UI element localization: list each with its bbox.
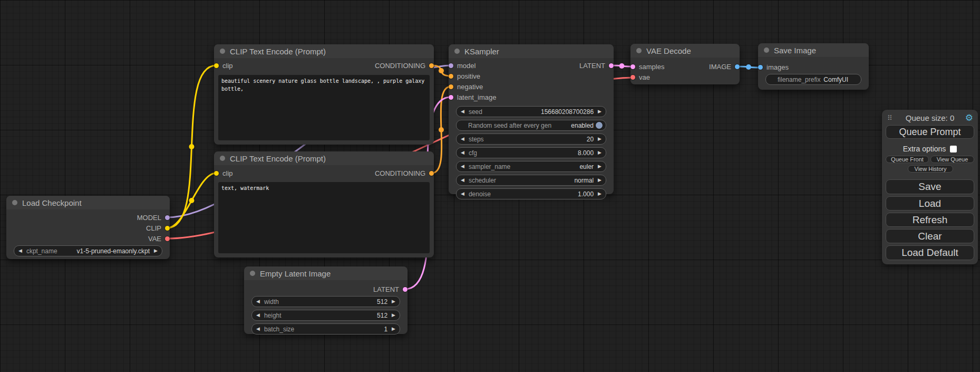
settings-gear-icon[interactable]: ⚙: [965, 112, 973, 123]
extra-options-checkbox[interactable]: [950, 146, 957, 152]
input-dot-model[interactable]: [449, 63, 453, 68]
input-label-clip: clip: [222, 169, 233, 177]
widget-batch-size[interactable]: ◀ batch_size 1 ▶: [251, 323, 400, 335]
widget-denoise[interactable]: ◀ denoise 1.000 ▶: [456, 188, 606, 199]
load-default-button[interactable]: Load Default: [886, 245, 974, 260]
output-dot-conditioning[interactable]: [429, 63, 434, 68]
input-label-vae: vae: [639, 73, 650, 81]
node-ksampler[interactable]: KSampler model LATENT positive negative …: [449, 44, 614, 194]
widget-value: v1-5-pruned-emaonly.ckpt: [77, 247, 150, 255]
widget-sampler-name[interactable]: ◀ sampler_name euler ▶: [456, 161, 606, 172]
queue-panel[interactable]: ⠿ Queue size: 0 ⚙ Queue Prompt Extra opt…: [882, 110, 978, 264]
widget-value: 512: [377, 312, 387, 319]
node-clip-text-encode-positive[interactable]: CLIP Text Encode (Prompt) clip CONDITION…: [214, 44, 434, 145]
comfyui-canvas[interactable]: { "glyphs": {"left_arrow":"◀","right_arr…: [0, 0, 980, 372]
input-dot-vae[interactable]: [630, 75, 635, 80]
widget-cfg[interactable]: ◀ cfg 8.000 ▶: [456, 147, 606, 158]
clear-button[interactable]: Clear: [886, 229, 974, 243]
increment-arrow-icon[interactable]: ▶: [392, 327, 395, 331]
widget-label: width: [264, 298, 279, 306]
input-dot-negative[interactable]: [449, 84, 453, 89]
increment-arrow-icon[interactable]: ▶: [598, 192, 601, 196]
node-save-image[interactable]: Save Image images filename_prefix ComfyU…: [758, 43, 869, 90]
widget-value: 1: [384, 326, 387, 333]
widget-random-seed-toggle[interactable]: Random seed after every gen enabled: [456, 120, 606, 131]
prev-value-arrow-icon[interactable]: ◀: [461, 164, 464, 169]
output-label-conditioning: CONDITIONING: [375, 62, 425, 70]
next-value-arrow-icon[interactable]: ▶: [598, 178, 601, 183]
widget-scheduler[interactable]: ◀ scheduler normal ▶: [456, 175, 606, 186]
collapse-dot[interactable]: [454, 49, 460, 54]
node-load-checkpoint[interactable]: Load Checkpoint MODEL CLIP VAE ◀ ckpt_na…: [6, 196, 170, 259]
decrement-arrow-icon[interactable]: ◀: [461, 137, 464, 141]
widget-seed[interactable]: ◀ seed 156680208700286 ▶: [456, 106, 606, 117]
collapse-dot[interactable]: [764, 47, 769, 53]
node-title-bar: KSampler: [449, 44, 614, 58]
node-clip-text-encode-negative[interactable]: CLIP Text Encode (Prompt) clip CONDITION…: [214, 151, 434, 257]
prev-value-arrow-icon[interactable]: ◀: [461, 178, 464, 183]
output-dot-latent[interactable]: [609, 63, 614, 68]
increment-arrow-icon[interactable]: ▶: [598, 150, 601, 155]
output-dot-vae[interactable]: [165, 236, 170, 241]
next-value-arrow-icon[interactable]: ▶: [598, 164, 601, 169]
widget-height[interactable]: ◀ height 512 ▶: [251, 310, 400, 321]
decrement-arrow-icon[interactable]: ◀: [461, 192, 464, 196]
widget-width[interactable]: ◀ width 512 ▶: [251, 296, 400, 307]
widget-label: sampler_name: [469, 163, 510, 170]
output-label-conditioning: CONDITIONING: [375, 169, 425, 177]
input-dot-positive[interactable]: [449, 74, 453, 79]
input-dot-images[interactable]: [758, 65, 763, 70]
decrement-arrow-icon[interactable]: ◀: [256, 313, 260, 318]
collapse-dot[interactable]: [12, 200, 17, 205]
positive-prompt-textarea[interactable]: beautiful scenery nature glass bottle la…: [218, 75, 430, 140]
widget-label: Random seed after every gen: [468, 122, 551, 129]
increment-arrow-icon[interactable]: ▶: [598, 137, 601, 141]
output-dot-model[interactable]: [165, 215, 170, 220]
node-title: KSampler: [464, 47, 499, 56]
view-queue-button[interactable]: View Queue: [930, 156, 974, 163]
prev-value-arrow-icon[interactable]: ◀: [18, 249, 22, 253]
input-dot-clip[interactable]: [214, 63, 219, 68]
input-label-images: images: [766, 63, 789, 71]
queue-front-button[interactable]: Queue Front: [886, 156, 929, 163]
output-dot-conditioning[interactable]: [429, 171, 434, 176]
output-dot-latent[interactable]: [403, 287, 407, 292]
input-dot-samples[interactable]: [630, 64, 635, 69]
input-dot-clip[interactable]: [214, 171, 219, 176]
queue-prompt-button[interactable]: Queue Prompt: [886, 125, 974, 139]
collapse-dot[interactable]: [636, 48, 642, 53]
widget-ckpt-name[interactable]: ◀ ckpt_name v1-5-pruned-emaonly.ckpt ▶: [14, 245, 162, 256]
increment-arrow-icon[interactable]: ▶: [598, 109, 601, 114]
collapse-dot[interactable]: [250, 271, 255, 276]
node-vae-decode[interactable]: VAE Decode samples IMAGE vae: [630, 44, 740, 84]
output-dot-image[interactable]: [735, 64, 740, 69]
widget-value: enabled: [571, 122, 594, 129]
node-title-bar: Load Checkpoint: [6, 196, 170, 209]
increment-arrow-icon[interactable]: ▶: [392, 299, 395, 304]
increment-arrow-icon[interactable]: ▶: [392, 313, 395, 318]
decrement-arrow-icon[interactable]: ◀: [256, 299, 260, 304]
refresh-button[interactable]: Refresh: [886, 213, 974, 227]
collapse-dot[interactable]: [220, 49, 225, 54]
widget-steps[interactable]: ◀ steps 20 ▶: [456, 133, 606, 145]
load-button[interactable]: Load: [886, 196, 974, 211]
node-title-bar: Empty Latent Image: [244, 266, 407, 280]
widget-filename-prefix[interactable]: filename_prefix ComfyUI: [765, 74, 861, 85]
decrement-arrow-icon[interactable]: ◀: [256, 327, 260, 331]
view-history-button[interactable]: View History: [908, 165, 953, 173]
output-dot-clip[interactable]: [165, 226, 170, 231]
decrement-arrow-icon[interactable]: ◀: [461, 150, 464, 155]
decrement-arrow-icon[interactable]: ◀: [461, 109, 464, 114]
input-dot-latent-image[interactable]: [449, 95, 453, 100]
collapse-dot[interactable]: [220, 156, 225, 161]
next-value-arrow-icon[interactable]: ▶: [154, 249, 158, 253]
extra-options-label: Extra options: [903, 145, 946, 153]
widget-label: seed: [469, 108, 482, 116]
widget-value: 20: [587, 136, 594, 143]
output-label-latent: LATENT: [373, 285, 399, 293]
widget-value: 156680208700286: [541, 108, 594, 116]
negative-prompt-textarea[interactable]: text, watermark: [218, 182, 430, 253]
save-button[interactable]: Save: [886, 179, 974, 194]
toggle-indicator-icon[interactable]: [596, 122, 603, 129]
node-empty-latent-image[interactable]: Empty Latent Image LATENT ◀ width 512 ▶ …: [244, 266, 407, 334]
